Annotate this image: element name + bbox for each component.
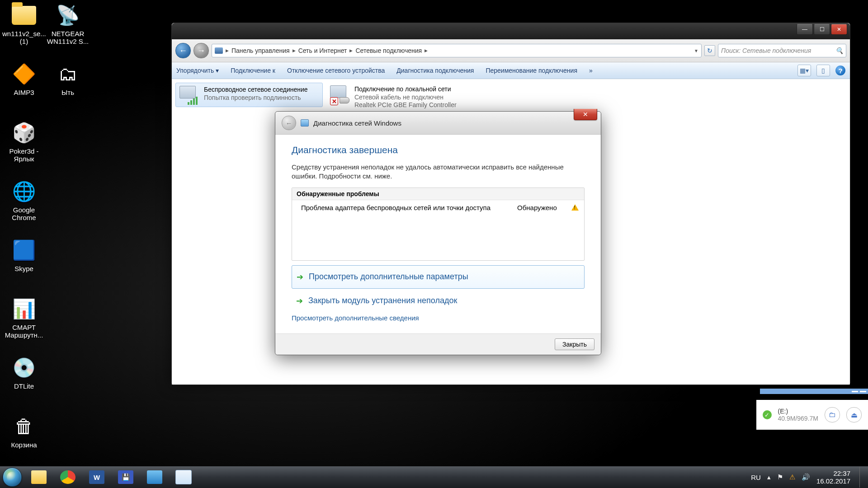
taskbar-word[interactable]: W	[82, 466, 111, 488]
app-icon: 🔶	[11, 61, 37, 87]
view-more-options-link[interactable]: ➔ Просмотреть дополнительные параметры	[292, 265, 585, 289]
view-mode-button[interactable]: ▦▾	[797, 65, 811, 76]
dialog-header[interactable]: ← Диагностика сетей Windows ✕	[275, 112, 601, 135]
app-icon: 🗂	[55, 61, 80, 87]
chevron-right-icon[interactable]: ▶	[424, 48, 429, 53]
address-bar[interactable]: ▶ Панель управления ▶ Сеть и Интернет ▶ …	[212, 44, 702, 57]
view-details-link[interactable]: Просмотреть дополнительные сведения	[292, 312, 585, 330]
desktop-icon[interactable]: 📊СМАРТ Маршрутн...	[2, 296, 46, 339]
dialog-description: Средству устранения неполадок не удалось…	[292, 163, 585, 181]
taskbar-explorer[interactable]	[24, 466, 53, 488]
preview-pane-button[interactable]: ▯	[816, 65, 830, 76]
desktop-icon-label: Google Chrome	[2, 206, 46, 222]
back-button[interactable]: ←	[175, 43, 191, 58]
refresh-button[interactable]: ↻	[704, 45, 715, 56]
forward-button[interactable]: →	[193, 43, 209, 58]
connect-to-button[interactable]: Подключение к	[231, 67, 275, 74]
dialog-footer: Закрыть	[275, 333, 601, 355]
drive-label: (E:)	[778, 408, 819, 415]
app-icon: 🗑	[11, 414, 37, 439]
diagnose-button[interactable]: Диагностика подключения	[396, 67, 474, 74]
desktop-icon-label: DTLite	[2, 382, 46, 390]
toolbar-overflow-button[interactable]: »	[589, 67, 593, 74]
close-button[interactable]: Закрыть	[555, 338, 594, 350]
download-progress: 40.9M/969.7M	[778, 415, 819, 422]
volume-icon[interactable]: 🔊	[802, 473, 810, 481]
breadcrumb-item[interactable]: Сетевые подключения	[355, 47, 422, 54]
taskbar-save[interactable]: 💾	[111, 466, 140, 488]
language-indicator[interactable]: RU	[751, 474, 761, 481]
desktop-icon-label: Skype	[2, 265, 46, 272]
desktop-icon[interactable]: 🗂Ыть	[46, 61, 90, 96]
chevron-right-icon[interactable]: ▶	[225, 48, 230, 53]
desktop-icon[interactable]: 📡NETGEAR WN111v2 S...	[46, 3, 90, 46]
desktop-icon[interactable]: 🔶AIMP3	[2, 61, 46, 96]
show-desktop-button[interactable]	[859, 467, 864, 488]
taskbar-chrome[interactable]	[53, 466, 82, 488]
tray-time: 22:37	[816, 469, 850, 477]
flag-icon[interactable]: ⚑	[777, 473, 783, 481]
network-window-icon	[175, 470, 192, 484]
wifi-adapter-icon	[179, 86, 199, 104]
desktop-icon[interactable]: 🗑Корзина	[2, 414, 46, 449]
desktop-icon-label: NETGEAR WN111v2 S...	[46, 30, 90, 46]
dialog-heading: Диагностика завершена	[292, 145, 585, 155]
dialog-close-button[interactable]: ✕	[574, 109, 597, 120]
windows-orb-icon	[3, 468, 22, 487]
organize-button[interactable]: Упорядочить ▾	[176, 67, 219, 74]
download-widget-titlebar[interactable]	[760, 389, 868, 394]
desktop-icon[interactable]: 🎲Poker3d - Ярлык	[2, 120, 46, 163]
chrome-icon	[60, 470, 75, 484]
desktop-icon[interactable]: 🟦Skype	[2, 238, 46, 272]
desktop-icon[interactable]: 🌐Google Chrome	[2, 179, 46, 222]
tray-overflow-icon[interactable]: ▴	[767, 473, 771, 481]
desktop-icon-label: СМАРТ Маршрутн...	[2, 324, 46, 339]
desktop-icon[interactable]: wn111v2_se... (1)	[2, 3, 46, 46]
option-label: Закрыть модуль устранения неполадок	[308, 296, 457, 305]
arrow-right-icon: ➔	[296, 296, 303, 306]
tray-date: 16.02.2017	[816, 477, 850, 485]
minimize-button[interactable]: —	[797, 24, 813, 35]
adapter-title: Беспроводное сетевое соединение	[204, 86, 308, 94]
network-icon[interactable]: ⚠	[789, 473, 795, 481]
explorer-titlebar[interactable]: — ☐ ✕	[172, 23, 850, 39]
explorer-navbar: ← → ▶ Панель управления ▶ Сеть и Интерне…	[172, 39, 850, 62]
problems-box: Обнаруженные проблемы Проблема адаптера …	[292, 188, 585, 261]
breadcrumb-item[interactable]: Панель управления	[231, 47, 290, 54]
open-folder-button[interactable]: 🗀	[825, 407, 840, 422]
problem-row[interactable]: Проблема адаптера беспроводных сетей или…	[292, 200, 584, 215]
maximize-button[interactable]: ☐	[814, 24, 830, 35]
network-adapter-item[interactable]: ✕Подключение по локальной сетиСетевой ка…	[326, 83, 473, 112]
chevron-right-icon[interactable]: ▶	[349, 48, 354, 53]
desktop-icon-label: Ыть	[46, 89, 90, 96]
help-button[interactable]: ?	[835, 66, 845, 75]
problems-header: Обнаруженные проблемы	[292, 188, 584, 200]
app-icon: 📡	[55, 3, 80, 28]
eject-button[interactable]: ⏏	[846, 407, 862, 422]
close-troubleshooter-link[interactable]: ➔ Закрыть модуль устранения неполадок	[292, 290, 585, 312]
folder-icon	[12, 6, 36, 25]
rename-button[interactable]: Переименование подключения	[486, 67, 577, 74]
dialog-back-button: ←	[282, 116, 296, 130]
close-button[interactable]: ✕	[831, 24, 847, 35]
taskbar-network-connections[interactable]	[169, 466, 198, 488]
app-icon	[147, 470, 162, 484]
diskette-icon: 💾	[118, 470, 133, 484]
taskbar-app[interactable]	[140, 466, 169, 488]
disable-device-button[interactable]: Отключение сетевого устройства	[287, 67, 385, 74]
search-input[interactable]: Поиск: Сетевые подключения 🔍	[718, 44, 846, 57]
search-icon: 🔍	[835, 47, 843, 54]
diagnostics-dialog: ← Диагностика сетей Windows ✕ Диагностик…	[275, 111, 601, 355]
network-adapter-item[interactable]: Беспроводное сетевое соединениеПопытка п…	[175, 83, 323, 107]
diagnostics-icon	[301, 119, 309, 127]
chevron-right-icon[interactable]: ▶	[292, 48, 297, 53]
adapter-title: Подключение по локальной сети	[354, 85, 457, 94]
address-dropdown-icon[interactable]: ▼	[694, 48, 698, 53]
app-icon: 💿	[11, 355, 37, 380]
adapter-driver: Попытка проверить подлинность	[204, 94, 308, 102]
tray-clock[interactable]: 22:37 16.02.2017	[816, 469, 850, 485]
start-button[interactable]	[0, 466, 24, 488]
app-icon: 🟦	[11, 238, 37, 263]
breadcrumb-item[interactable]: Сеть и Интернет	[298, 47, 347, 54]
desktop-icon[interactable]: 💿DTLite	[2, 355, 46, 390]
